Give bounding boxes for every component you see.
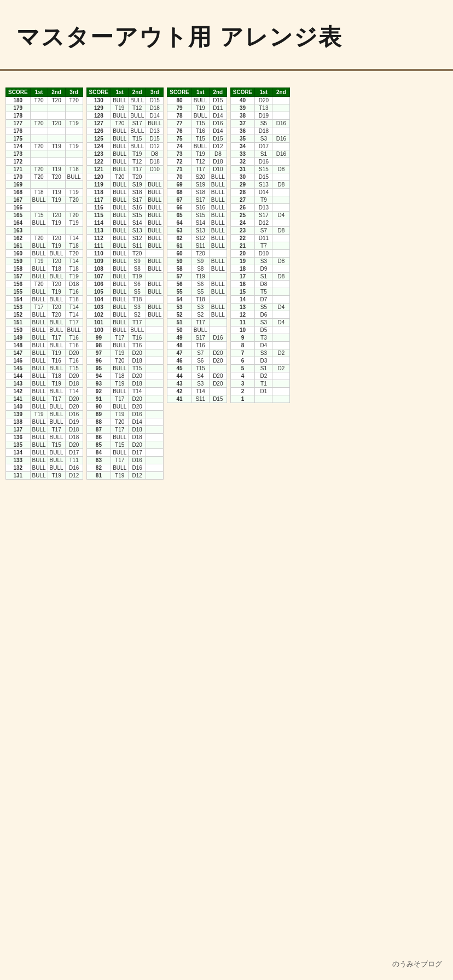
- table-row: 37S5D16: [230, 120, 290, 127]
- table-cell: [30, 150, 48, 158]
- table-cell: D20: [65, 395, 83, 403]
- table-cell: 154: [6, 296, 31, 304]
- table-row: 94T18D20: [86, 372, 164, 380]
- table-row: 110BULLT20: [86, 250, 164, 258]
- table-cell: [209, 365, 226, 372]
- table-cell: T20: [48, 212, 65, 219]
- table-cell: 133: [6, 457, 31, 464]
- table-cell: T17: [48, 395, 65, 403]
- table-cell: 45: [167, 365, 192, 372]
- table-row: 5S1D2: [230, 365, 290, 372]
- table-cell: BULL: [209, 181, 226, 189]
- table-cell: BULL: [111, 288, 129, 296]
- table-cell: D20: [65, 372, 83, 380]
- table-row: 6D3: [230, 357, 290, 365]
- table-cell: T19: [48, 242, 65, 250]
- table-cell: D14: [209, 112, 226, 120]
- table-cell: 54: [167, 296, 192, 304]
- table-cell: [48, 150, 65, 158]
- table-cell: D18: [146, 158, 164, 166]
- table-cell: BULL: [209, 288, 226, 296]
- table-cell: 89: [86, 411, 111, 418]
- table-cell: 4: [230, 372, 255, 380]
- table-row: 28D14: [230, 189, 290, 196]
- t4-header-2nd: 2nd: [272, 88, 290, 97]
- table-cell: D16: [272, 135, 290, 143]
- table-cell: BULL: [48, 388, 65, 395]
- table-cell: [272, 372, 290, 380]
- table-cell: D19: [255, 112, 272, 120]
- table-cell: D10: [209, 166, 226, 173]
- table-cell: T15: [111, 441, 129, 449]
- table-cell: BULL: [209, 242, 226, 250]
- table-cell: S15: [191, 212, 209, 219]
- table-cell: S5: [129, 288, 146, 296]
- table-row: 50BULL: [167, 326, 227, 334]
- table-cell: T17: [65, 319, 83, 326]
- table-cell: BULL: [30, 357, 48, 365]
- table-cell: D17: [129, 449, 146, 457]
- table-cell: BULL: [209, 173, 226, 181]
- table-cell: BULL: [111, 204, 129, 212]
- table-cell: T20: [129, 250, 146, 258]
- table-row: 128BULLBULLD14: [86, 112, 164, 120]
- t2-header-score: SCORE: [86, 88, 111, 97]
- table-cell: S6: [129, 281, 146, 288]
- table-cell: BULL: [111, 166, 129, 173]
- table-row: 63S13BULL: [167, 227, 227, 235]
- table-cell: BULL: [48, 326, 65, 334]
- table-row: 168T18T19T19: [6, 189, 83, 196]
- table-cell: [146, 449, 164, 457]
- table-cell: D20: [209, 380, 226, 388]
- table-cell: T20: [129, 173, 146, 181]
- table-row: 149BULLT17T16: [6, 334, 83, 342]
- table-cell: [65, 227, 83, 235]
- table-cell: BULL: [111, 127, 129, 135]
- table-cell: S14: [191, 219, 209, 227]
- table-cell: T20: [48, 97, 65, 104]
- table-row: 39T13: [230, 104, 290, 112]
- table-cell: 165: [6, 212, 31, 219]
- footer-text: のうみそブログ: [392, 959, 442, 969]
- table-cell: 173: [6, 150, 31, 158]
- table-cell: 14: [230, 296, 255, 304]
- table-cell: 157: [6, 273, 31, 281]
- table-cell: 110: [86, 250, 111, 258]
- table-cell: D16: [129, 457, 146, 464]
- table-cell: BULL: [146, 189, 164, 196]
- table-cell: S3: [255, 319, 272, 326]
- table-cell: T19: [48, 143, 65, 150]
- table-cell: S15: [255, 166, 272, 173]
- table-cell: D16: [272, 150, 290, 158]
- table-cell: 104: [86, 296, 111, 304]
- table-cell: 155: [6, 288, 31, 296]
- table-cell: D6: [255, 311, 272, 319]
- table-cell: BULL: [209, 258, 226, 265]
- table-cell: 48: [167, 342, 192, 349]
- table-row: 111BULLS11BULL: [86, 242, 164, 250]
- page-title: マスターアウト用 アレンジ表: [16, 22, 437, 52]
- table-cell: T19: [30, 258, 48, 265]
- table-cell: 109: [86, 258, 111, 265]
- table-row: 145BULLBULLT15: [6, 365, 83, 372]
- table-cell: [48, 104, 65, 112]
- table-row: 134BULLBULLD17: [6, 449, 83, 457]
- table-row: 89T19D16: [86, 411, 164, 418]
- table-cell: BULL: [111, 212, 129, 219]
- table-cell: D16: [129, 411, 146, 418]
- table-cell: BULL: [48, 449, 65, 457]
- table-cell: T12: [129, 158, 146, 166]
- table-cell: 159: [6, 258, 31, 265]
- table-row: 169: [6, 181, 83, 189]
- table-cell: BULL: [30, 273, 48, 281]
- table-cell: BULL: [146, 311, 164, 319]
- table-row: 67S17BULL: [167, 196, 227, 204]
- table-cell: 170: [6, 173, 31, 181]
- table-row: 117BULLS17BULL: [86, 196, 164, 204]
- table-cell: S3: [129, 304, 146, 311]
- table-cell: D16: [209, 334, 226, 342]
- table-cell: [146, 326, 164, 334]
- table-cell: [146, 418, 164, 426]
- table-cell: T12: [129, 104, 146, 112]
- table-row: 60T20: [167, 250, 227, 258]
